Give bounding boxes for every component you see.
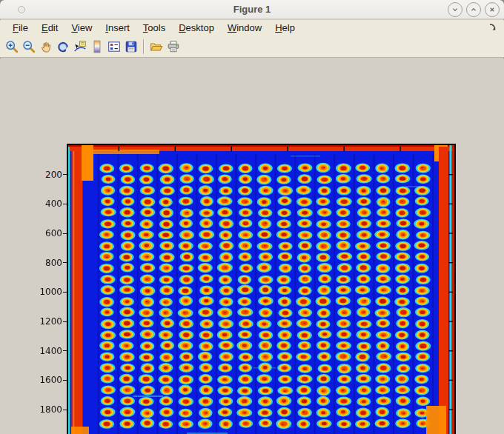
colorbar-button[interactable]: [88, 38, 105, 56]
window-title: Figure 1: [0, 4, 504, 15]
y-tick: [63, 233, 67, 234]
y-tick-label: 200: [33, 170, 62, 180]
insert-legend-button[interactable]: [105, 38, 122, 56]
toolbar-separator: [143, 39, 144, 54]
zoom-out-icon: [22, 40, 36, 53]
zoom-in-button[interactable]: [3, 38, 20, 56]
y-tick-label: 600: [33, 228, 62, 238]
menu-window[interactable]: Window: [221, 21, 268, 35]
figure-toolbar: [0, 36, 504, 58]
y-tick-label: 1200: [33, 316, 62, 327]
y-tick: [63, 292, 67, 293]
colorbar-icon: [90, 40, 104, 53]
figure-canvas: 2004006008001000120014002004006008001000…: [0, 59, 504, 434]
chevron-down-icon: [451, 5, 460, 14]
open-folder-icon: [150, 40, 163, 53]
microarray-image-plot[interactable]: [68, 145, 454, 434]
open-file-button[interactable]: [147, 38, 165, 56]
pan-hand-icon: [39, 40, 53, 53]
pan-button[interactable]: [37, 38, 54, 56]
menu-desktop[interactable]: Desktop: [172, 21, 221, 35]
y-tick: [63, 262, 67, 263]
window-controls: [448, 2, 500, 17]
y-tick-label: 400: [33, 198, 62, 209]
print-figure-button[interactable]: [165, 38, 182, 56]
y-tick: [63, 204, 67, 204]
y-tick-label: 1400: [33, 346, 62, 356]
rotate-3d-button[interactable]: [54, 38, 71, 56]
y-tick-label: 800: [33, 258, 62, 268]
save-icon: [125, 40, 138, 53]
menu-help[interactable]: Help: [268, 21, 302, 35]
close-icon: [488, 5, 497, 14]
zoom-out-button[interactable]: [20, 38, 37, 56]
menu-file[interactable]: File: [6, 21, 35, 35]
maximize-button[interactable]: [466, 2, 481, 17]
data-cursor-button[interactable]: [71, 38, 88, 56]
zoom-in-icon: [5, 40, 19, 53]
menu-tools[interactable]: Tools: [136, 21, 172, 35]
figure-window: Figure 1 FileEditViewInsertToolsDesktopW…: [0, 0, 504, 434]
save-figure-button[interactable]: [122, 38, 139, 56]
printer-icon: [167, 40, 180, 53]
y-tick-label: 1000: [33, 287, 62, 297]
chevron-up-icon: [469, 5, 478, 14]
y-tick-label: 1600: [33, 375, 62, 385]
menu-insert[interactable]: Insert: [99, 21, 136, 35]
y-tick: [63, 410, 67, 410]
menu-edit[interactable]: Edit: [35, 21, 64, 35]
y-tick: [63, 380, 67, 381]
y-tick: [63, 321, 67, 322]
data-cursor-icon: [73, 40, 87, 53]
y-tick: [63, 174, 67, 175]
minimize-button[interactable]: [448, 2, 462, 17]
y-tick-label: 1800: [33, 404, 62, 415]
title-bar: Figure 1: [0, 0, 504, 19]
y-tick: [63, 350, 67, 351]
menu-view[interactable]: View: [64, 21, 99, 35]
close-button[interactable]: [485, 2, 500, 17]
dock-arrow-icon[interactable]: [488, 22, 498, 33]
legend-icon: [107, 40, 121, 53]
menu-bar: FileEditViewInsertToolsDesktopWindowHelp: [0, 20, 504, 36]
rotate-3d-icon: [56, 40, 70, 53]
menu-bar-items: FileEditViewInsertToolsDesktopWindowHelp: [6, 21, 302, 35]
